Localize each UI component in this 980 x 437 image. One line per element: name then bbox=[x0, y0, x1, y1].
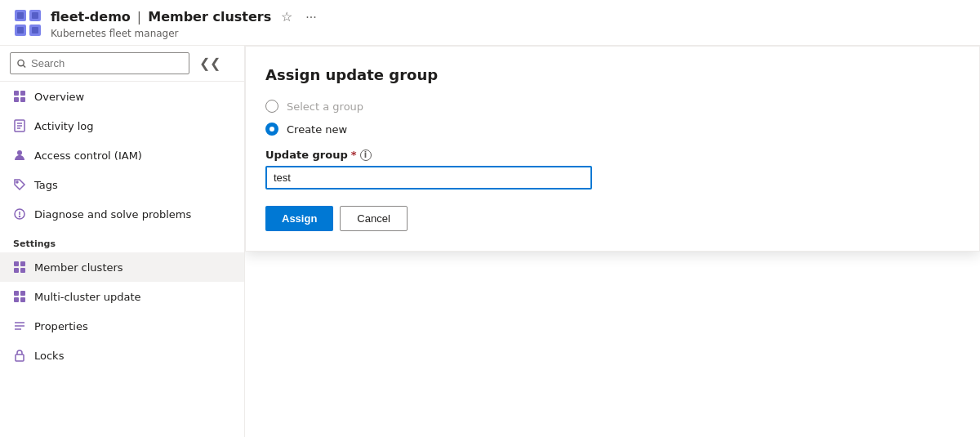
tags-label: Tags bbox=[34, 179, 58, 191]
svg-rect-12 bbox=[14, 97, 19, 102]
access-control-label: Access control (IAM) bbox=[34, 149, 142, 162]
svg-point-19 bbox=[16, 181, 18, 183]
member-clusters-icon bbox=[13, 261, 26, 274]
search-bar: ❮❮ bbox=[0, 46, 244, 82]
header-title: fleet-demo | Member clusters ☆ ··· Kuber… bbox=[51, 6, 320, 39]
access-control-icon bbox=[13, 149, 26, 162]
svg-rect-4 bbox=[17, 12, 24, 19]
svg-rect-11 bbox=[20, 91, 25, 96]
svg-rect-29 bbox=[14, 297, 19, 302]
info-icon[interactable]: i bbox=[360, 149, 372, 161]
multi-cluster-label: Multi-cluster update bbox=[34, 291, 141, 303]
settings-section-label: Settings bbox=[0, 229, 244, 252]
locks-icon bbox=[13, 349, 26, 362]
update-group-input[interactable] bbox=[265, 166, 592, 190]
sidebar-item-overview[interactable]: Overview bbox=[0, 82, 244, 111]
properties-label: Properties bbox=[34, 320, 88, 332]
svg-rect-7 bbox=[32, 27, 38, 33]
svg-rect-30 bbox=[20, 297, 25, 302]
svg-rect-24 bbox=[20, 261, 25, 266]
properties-icon bbox=[13, 319, 26, 332]
member-clusters-label: Member clusters bbox=[34, 261, 123, 274]
svg-rect-26 bbox=[20, 268, 25, 273]
collapse-button[interactable]: ❮❮ bbox=[196, 52, 224, 74]
sidebar-item-properties[interactable]: Properties bbox=[0, 311, 244, 341]
subtitle: Kubernetes fleet manager bbox=[51, 28, 320, 39]
sidebar-item-tags[interactable]: Tags bbox=[0, 170, 244, 199]
sidebar-item-locks[interactable]: Locks bbox=[0, 341, 244, 370]
sidebar-item-member-clusters[interactable]: Member clusters bbox=[0, 252, 244, 282]
cancel-button[interactable]: Cancel bbox=[340, 206, 407, 231]
required-star: * bbox=[351, 149, 357, 161]
svg-rect-34 bbox=[16, 355, 24, 361]
panel-title: Assign update group bbox=[265, 66, 960, 83]
page-title: Member clusters bbox=[148, 9, 271, 25]
app-name: fleet-demo bbox=[51, 9, 131, 25]
assign-button[interactable]: Assign bbox=[265, 206, 333, 231]
multi-cluster-icon bbox=[13, 290, 26, 303]
svg-rect-10 bbox=[14, 91, 19, 96]
sidebar: ❮❮ Overview Activity log Access control … bbox=[0, 46, 245, 437]
favorite-button[interactable]: ☆ bbox=[278, 6, 296, 28]
sidebar-item-multi-cluster-update[interactable]: Multi-cluster update bbox=[0, 282, 244, 311]
activity-log-icon bbox=[13, 119, 26, 132]
svg-rect-25 bbox=[14, 268, 19, 273]
diagnose-icon bbox=[13, 207, 26, 221]
more-options-button[interactable]: ··· bbox=[302, 7, 319, 28]
svg-point-18 bbox=[17, 150, 22, 155]
svg-point-22 bbox=[20, 216, 20, 217]
sidebar-item-access-control[interactable]: Access control (IAM) bbox=[0, 140, 244, 170]
sidebar-item-activity-log[interactable]: Activity log bbox=[0, 111, 244, 140]
sidebar-item-diagnose[interactable]: Diagnose and solve problems bbox=[0, 199, 244, 229]
app-icon bbox=[13, 8, 42, 38]
svg-rect-27 bbox=[14, 291, 19, 296]
overview-icon bbox=[13, 90, 26, 103]
panel-button-row: Assign Cancel bbox=[265, 206, 960, 231]
radio-select-group[interactable]: Select a group bbox=[265, 100, 960, 113]
search-icon bbox=[17, 59, 26, 69]
svg-rect-13 bbox=[20, 97, 25, 102]
svg-rect-5 bbox=[32, 12, 38, 19]
activity-log-label: Activity log bbox=[34, 120, 94, 132]
radio-create-circle bbox=[265, 123, 278, 136]
assign-update-group-panel: Assign update group Select a group Creat… bbox=[245, 46, 980, 252]
svg-rect-6 bbox=[17, 27, 24, 33]
radio-create-label: Create new bbox=[287, 123, 347, 136]
content-area: ＋ Add 🗑 Remove ↻ Refresh Assign update g… bbox=[245, 46, 980, 437]
radio-select-label: Select a group bbox=[287, 100, 363, 113]
search-input-wrapper[interactable] bbox=[10, 52, 189, 74]
tags-icon bbox=[13, 178, 26, 191]
header-separator: | bbox=[137, 9, 141, 25]
radio-create-new[interactable]: Create new bbox=[265, 123, 960, 136]
svg-point-8 bbox=[18, 60, 24, 65]
locks-label: Locks bbox=[34, 350, 64, 362]
diagnose-label: Diagnose and solve problems bbox=[34, 208, 191, 221]
svg-rect-28 bbox=[20, 291, 25, 296]
svg-line-9 bbox=[24, 65, 26, 68]
top-header: fleet-demo | Member clusters ☆ ··· Kuber… bbox=[0, 0, 980, 46]
update-group-field-label: Update group * i bbox=[265, 149, 960, 161]
search-field[interactable] bbox=[31, 57, 182, 69]
main-layout: ❮❮ Overview Activity log Access control … bbox=[0, 46, 980, 437]
svg-rect-23 bbox=[14, 261, 19, 266]
radio-select-circle bbox=[265, 100, 278, 113]
overview-label: Overview bbox=[34, 91, 84, 103]
